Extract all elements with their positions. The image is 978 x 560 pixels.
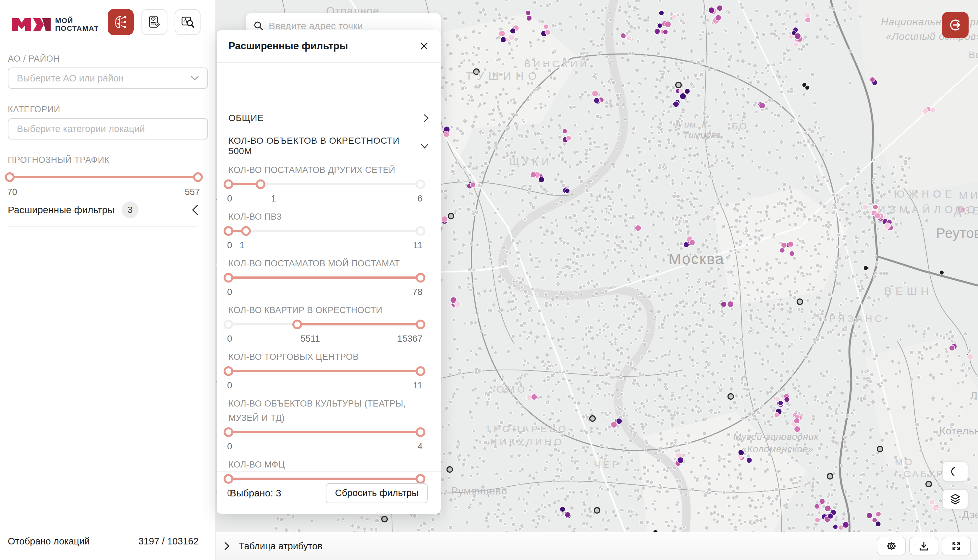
map-place-label: Реутов [936,225,978,241]
map-place-label: Тимиряз [683,130,721,140]
map-place-label: НИКУЛИНО [490,437,564,447]
map-loading-button[interactable] [942,462,968,482]
map-place-label: Москва [668,250,724,268]
fullscreen-button[interactable] [942,537,971,555]
traffic-max-value: 557 [185,187,200,197]
chevron-down-icon [420,143,429,149]
document-gear-icon [147,15,162,30]
logout-button[interactable] [942,12,969,38]
slider-ghost-handle [416,226,425,236]
modal-header: Расширенные фильтры [217,30,441,63]
slider-max-value: 11 [413,240,423,250]
ao-district-label: АО / РАЙОН [8,54,60,64]
slider-to-handle[interactable] [416,320,425,329]
slider-label: КОЛ-ВО ПОСТАМАТОВ ДРУГИХ СЕТЕЙ [228,163,423,177]
slider-from-handle[interactable] [223,427,233,437]
map-place-label: Котельники [940,425,978,437]
advanced-filters-badge: 3 [122,202,138,218]
download-icon [918,540,930,552]
advanced-filters-toggle[interactable]: Расширенные фильтры 3 [8,200,198,219]
map-place-label: Музей-заповедник [733,432,819,442]
section-general[interactable]: ОБЩИЕ [228,108,429,128]
slider-label: КОЛ-ВО КВАРТИР В ОКРЕСТНОСТИ [228,303,423,317]
slider-from-handle[interactable] [292,320,302,329]
report-settings-button[interactable] [142,9,167,35]
logo-mark-icon [12,15,51,34]
slider-from-handle[interactable] [223,226,233,236]
range-slider[interactable]: 0 153675511 [228,320,420,348]
selected-locations-value: 3197 / 103162 [138,536,198,547]
slider-selected-value: 1 [254,193,293,204]
advanced-filters-label: Расширенные фильтры [8,204,115,215]
range-slider[interactable]: 0 61 [228,180,420,208]
slider-to-handle[interactable] [241,226,251,236]
map-place-label: Восто [969,49,978,60]
map-place-label: ЮЖНОЕ [894,188,956,200]
range-slider[interactable]: 0 11 [228,367,420,395]
slider-label: КОЛ-ВО ОБЪЕКТОВ КУЛЬТУРЫ (ТЕАТРЫ, МУЗЕЙ … [228,397,423,425]
range-slider[interactable]: 0 111 [228,227,420,255]
chevron-right-icon [423,113,429,123]
app-logo: МОЙ ПОСТАМАТ [12,15,99,34]
chevron-left-icon [192,204,198,215]
map-place-label: РЯЗАНС [829,313,884,324]
slider-to-handle[interactable] [416,366,425,376]
map-place-label: МО [895,457,914,468]
ai-analysis-button[interactable] [108,9,134,35]
diagnostics-search-button[interactable] [175,9,200,35]
slider-selected-value: 1 [240,240,278,250]
ao-district-select[interactable]: Выберите АО или район [8,67,208,89]
slider-min-value: 0 [227,240,232,250]
slider-min-value: 0 [227,287,232,297]
map-place-label: МИК [959,190,978,202]
slider-label: КОЛ-ВО ПОСТАМАТОВ МОЙ ПОСТАМАТ [228,256,423,271]
slider-min-value: 0 [227,333,232,344]
export-download-button[interactable] [909,537,938,555]
loading-arc-icon [950,466,961,477]
map-place-label: ТУШИНО [466,70,541,82]
map-place-label: Румянцево [451,485,507,497]
chevron-down-icon [190,76,199,81]
traffic-slider-max-handle[interactable] [193,172,203,182]
slider-to-handle[interactable] [256,179,265,189]
slider-max-value: 6 [417,193,423,204]
selected-count: Выбрано: 3 [230,488,282,499]
categories-select[interactable]: Выберите категории локаций [8,118,208,140]
slider-max-value: 78 [412,287,423,297]
chevron-right-icon [224,542,230,551]
map-layers-button[interactable] [942,489,968,509]
attribute-table-label: Таблица атрибутов [239,541,323,552]
attribute-table-toggle[interactable]: Таблица атрибутов [224,541,323,552]
map-settings-button[interactable] [877,537,906,555]
map-place-label: ТРОПАРЕВО- [485,423,574,435]
range-slider[interactable]: 0 4 [228,428,420,456]
categories-placeholder: Выберите категории локаций [17,123,145,134]
map-place-label: А им. К [675,119,707,130]
attribute-table-bar: Таблица атрибутов [216,532,978,560]
map-place-label: ВЕШН [884,285,933,298]
traffic-slider[interactable]: 70 557 [9,172,198,201]
traffic-label: ПРОГНОЗНЫЙ ТРАФИК [8,155,110,165]
map-place-label: САБУР [904,469,945,480]
slider-to-handle[interactable] [416,273,425,283]
ao-district-placeholder: Выберите АО или район [17,73,123,84]
map-place-label: ВИНСКИЙ [524,58,590,70]
traffic-min-value: 70 [7,187,17,197]
slider-min-value: 0 [227,380,232,391]
traffic-slider-min-handle[interactable] [5,172,15,182]
slider-from-handle[interactable] [223,366,233,376]
selected-locations-row: Отобрано локаций 3197 / 103162 [8,536,198,547]
slider-to-handle[interactable] [416,427,425,437]
slider-from-handle[interactable] [223,273,233,283]
close-icon[interactable] [419,41,429,51]
gear-icon [886,540,897,552]
section-objects-500m[interactable]: КОЛ-ВО ОБЪЕКТОВ В ОКРЕСТНОСТИ 500М [228,136,429,157]
range-slider[interactable]: 0 78 [228,273,420,302]
slider-ghost-handle [416,179,425,189]
modal-footer: Выбрано: 3 Сбросить фильтры [217,472,441,514]
slider-from-handle[interactable] [223,179,233,189]
slider-max-value: 4 [417,441,423,452]
slider-max-value: 11 [413,380,423,391]
map-place-label: БО [732,121,748,132]
reset-filters-button[interactable]: Сбросить фильтры [326,483,428,503]
